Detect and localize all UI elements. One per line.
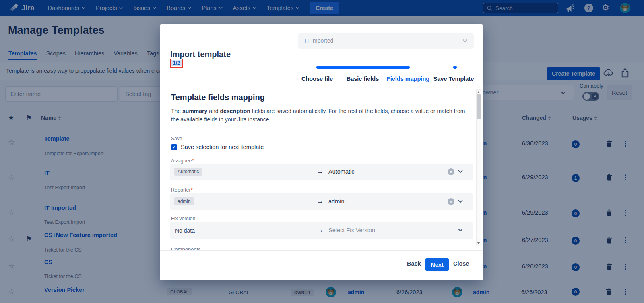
required-mark: * [192,158,194,164]
source-value-pill: Automatic [174,168,202,176]
save-selection-row: ✓ Save selection for next template [171,144,264,150]
scrollbar-down-arrow[interactable] [477,242,480,244]
modal-scroll-area: Template fields mapping The summary and … [170,89,473,250]
field-label-components-clipped: Components [171,246,201,250]
mapping-row-assignee: Automatic → Automatic ✕ [170,164,473,180]
mapping-row-fix-version: No data → Select Fix Version [170,222,473,239]
close-button[interactable]: Close [453,260,469,267]
chevron-down-icon[interactable] [458,229,463,232]
scrollbar-thumb[interactable] [477,94,481,119]
step-indicator-badge: 1/2 [171,60,182,66]
required-mark: * [191,187,193,193]
next-button[interactable]: Next [425,258,449,271]
arrow-right-icon: → [317,226,324,234]
app-root: Jira Dashboards Projects Issues Boards P… [0,0,644,303]
step-fields-mapping: Fields mapping [387,76,429,82]
checkbox-checked[interactable]: ✓ [171,144,177,150]
chevron-down-icon[interactable] [458,170,463,173]
stepper-dot [453,66,457,69]
arrow-right-icon: → [317,197,324,205]
mapping-heading: Template fields mapping [171,93,265,102]
modal-footer-divider [160,250,483,251]
step-choose-file: Choose file [301,76,333,82]
arrow-right-icon: → [317,168,324,176]
field-label-fix-version: Fix version [171,216,195,221]
target-value: admin [328,198,345,205]
clear-icon[interactable]: ✕ [448,168,454,175]
source-value-text: No data [175,227,195,234]
annotation-highlight-box: 1/2 [170,59,183,68]
chevron-down-icon [463,39,467,42]
mapping-description: The summary and description fields are s… [171,107,471,124]
template-select-value: IT Imported [305,37,333,44]
import-template-modal: IT Imported Import template 1/2 Choose f… [160,24,483,280]
target-value: Automatic [328,168,354,175]
mapping-row-reporter: admin → admin ✕ [170,193,473,210]
field-label-reporter: Reporter* [171,187,193,193]
clear-icon[interactable]: ✕ [448,198,454,205]
modal-title: Import template [170,50,231,59]
step-basic-fields: Basic fields [347,76,379,82]
step-save-template: Save Template [433,76,474,82]
back-button[interactable]: Back [407,260,421,267]
source-value-pill: admin [174,197,194,205]
scrollbar-up-arrow[interactable] [477,91,480,93]
target-placeholder: Select Fix Version [328,227,375,233]
save-selection-label: Save selection for next template [181,144,264,150]
stepper-progress-bar [316,66,410,69]
chevron-down-icon[interactable] [458,200,463,203]
save-group-label: Save [171,136,182,141]
field-label-assignee: Assignee* [171,158,194,164]
modal-scrollbar[interactable] [476,89,481,246]
template-select[interactable]: IT Imported [298,33,474,49]
